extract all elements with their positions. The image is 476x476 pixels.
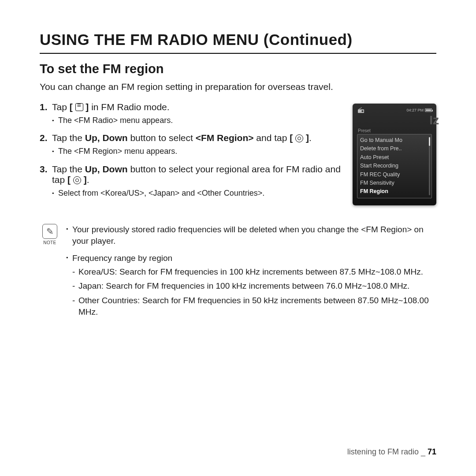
step-3: 3. Tap the Up, Down button to select you… xyxy=(40,164,343,198)
freq-range: Other Countries: Search for FM frequenci… xyxy=(72,295,436,318)
menu-item: Go to Manual Mo xyxy=(360,136,429,145)
intro-text: You can change an FM region setting in p… xyxy=(40,82,436,92)
step-text: and tap xyxy=(254,133,290,143)
device-screenshot: 04:27 PM Preset Iz Go to Manual Mo Delet… xyxy=(353,104,436,205)
menu-item: Delete from Pre.. xyxy=(360,145,429,153)
page-number: 71 xyxy=(428,447,436,456)
menu-icon xyxy=(75,103,83,111)
select-icon xyxy=(73,176,81,184)
scrollbar-thumb xyxy=(429,137,430,146)
step-text: . xyxy=(309,133,312,143)
step-2: 2. Tap the Up, Down button to select <FM… xyxy=(40,133,343,156)
step-1: 1. Tap [ ] in FM Radio mode. The <FM Rad… xyxy=(40,102,343,126)
note-label: NOTE xyxy=(40,240,60,245)
preset-label: Preset xyxy=(357,128,432,133)
bold-text: Up, Down xyxy=(85,133,128,143)
step-text: Tap xyxy=(52,102,70,112)
radio-icon xyxy=(357,107,365,113)
note-block: ✎ NOTE Your previously stored radio freq… xyxy=(40,224,436,324)
step-text: Tap the xyxy=(52,164,85,174)
note-item: Frequency range by region Korea/US: Sear… xyxy=(66,253,436,318)
page-title: USING THE FM RADIO MENU (Continued) xyxy=(40,31,436,54)
battery-icon xyxy=(425,108,432,112)
steps-list: 1. Tap [ ] in FM Radio mode. The <FM Rad… xyxy=(40,102,343,198)
footer-section: listening to FM radio _ xyxy=(347,447,425,456)
page-footer: listening to FM radio _ 71 xyxy=(347,447,436,457)
step-sub: The <FM Region> menu appears. xyxy=(52,146,343,156)
note-icon: ✎ xyxy=(42,224,57,239)
step-text: in FM Radio mode. xyxy=(89,102,169,112)
menu-item: Auto Preset xyxy=(360,153,429,162)
bold-text: Up, Down xyxy=(85,164,128,174)
device-time: 04:27 PM xyxy=(406,108,424,112)
step-sub: Select from <Korea/US>, <Japan> and <Oth… xyxy=(52,188,343,198)
menu-item: FM REC Quality xyxy=(360,171,429,179)
step-text: Tap the xyxy=(52,133,85,143)
menu-item: Start Recording xyxy=(360,162,429,170)
device-menu: Go to Manual Mo Delete from Pre.. Auto P… xyxy=(357,134,432,198)
freq-range: Japan: Search for FM frequencies in 100 … xyxy=(72,280,436,292)
step-number: 3. xyxy=(40,164,48,175)
svg-point-1 xyxy=(361,110,363,112)
step-sub: The <FM Radio> menu appears. xyxy=(52,115,343,126)
freq-range: Korea/US: Search for FM frequencies in 1… xyxy=(72,266,436,278)
section-title: To set the FM region xyxy=(40,62,436,76)
select-icon xyxy=(295,134,303,142)
step-number: 1. xyxy=(40,102,48,112)
menu-item: FM Sensitivity xyxy=(360,179,429,187)
bold-text: <FM Region> xyxy=(196,133,254,143)
note-item: Your previously stored radio frequencies… xyxy=(66,224,436,247)
hz-background: Iz xyxy=(429,113,439,127)
step-text: . xyxy=(87,175,89,185)
menu-item-selected: FM Region xyxy=(360,187,429,196)
step-number: 2. xyxy=(40,133,48,143)
svg-line-2 xyxy=(359,108,362,109)
step-text: button to select xyxy=(128,133,196,143)
